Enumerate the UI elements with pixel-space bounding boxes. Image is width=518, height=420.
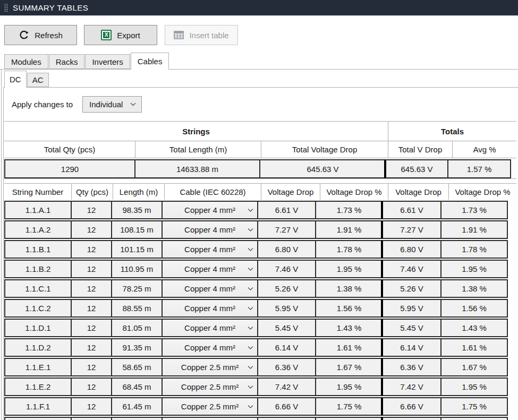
qty-cell: 12: [71, 378, 112, 396]
qty-cell: 12: [71, 338, 112, 357]
length-cell: 88.55 m: [111, 299, 163, 318]
total-voltage-drop-cell: 6.61 V: [381, 201, 441, 219]
excel-icon: X: [101, 30, 112, 40]
cable-select[interactable]: Copper 2.5 mm²: [162, 358, 258, 376]
tab-ac[interactable]: AC: [27, 73, 49, 87]
apply-changes-value: Individual: [89, 100, 123, 109]
total-voltage-drop-cell: 6.66 V: [381, 397, 441, 416]
length-cell: 78.25 m: [111, 279, 163, 298]
tab-cables[interactable]: Cables: [131, 53, 169, 70]
voltage-drop-cell: 7.46 V: [257, 260, 316, 278]
voltage-drop-cell: 5.45 V: [257, 319, 316, 337]
voltage-drop-cell: 6.61 V: [257, 201, 316, 219]
total-voltage-drop-cell: 6.80 V: [381, 240, 441, 259]
length-cell: 68.45 m: [111, 378, 163, 396]
cable-select[interactable]: Copper 4 mm²: [162, 240, 258, 259]
totals-avg-pct-value: 1.57 %: [447, 159, 511, 178]
export-button-label: Export: [117, 31, 140, 40]
tab-dc[interactable]: DC: [4, 71, 27, 88]
total-voltage-drop-pct-cell: 1.75 %: [440, 397, 508, 416]
table-row: 1.1.C.21288.55 mCopper 4 mm²5.95 V1.56 %…: [4, 299, 516, 318]
string-number-cell: 1.1.A.1: [4, 201, 72, 219]
panel-border-line: [1, 70, 2, 420]
qty-cell: 12: [71, 279, 112, 298]
table-row: 1.1.C.11278.25 mCopper 4 mm²5.26 V1.38 %…: [4, 279, 516, 298]
tab-modules[interactable]: Modules: [4, 54, 48, 69]
chevron-down-icon: [248, 267, 253, 271]
cable-select[interactable]: Copper 2.5 mm²: [162, 378, 258, 396]
total-voltage-drop-pct-cell: 1.67 %: [440, 358, 508, 376]
cable-value: Copper 2.5 mm²: [181, 363, 239, 372]
group-header-totals: Totals: [388, 122, 516, 141]
qty-cell: 12: [71, 240, 112, 259]
apply-changes-select[interactable]: Individual: [82, 96, 142, 113]
refresh-button[interactable]: Refresh: [4, 25, 77, 45]
cable-select[interactable]: Copper 4 mm²: [162, 319, 258, 337]
string-number-cell: 1.1.C.2: [4, 299, 72, 318]
cable-value: Copper 4 mm²: [184, 284, 235, 293]
total-voltage-drop-pct-cell: 1.43 %: [440, 319, 508, 337]
table-row: [4, 417, 516, 420]
refresh-button-label: Refresh: [35, 31, 63, 40]
voltage-drop-pct-cell: 1.67 %: [315, 358, 383, 376]
totals-v-drop-value: 645.63 V: [384, 159, 448, 178]
total-qty-value: 1290: [4, 159, 135, 178]
length-cell: 81.05 m: [111, 319, 163, 337]
cable-value: Copper 4 mm²: [184, 205, 235, 215]
cable-select[interactable]: Copper 4 mm²: [162, 220, 258, 239]
tab-inverters[interactable]: Inverters: [85, 54, 130, 69]
apply-changes-row: Apply changes to Individual: [12, 96, 142, 113]
chevron-down-icon: [248, 228, 253, 232]
summary-group-header-row: Strings Totals: [4, 121, 516, 141]
summary-tables-panel: SUMMARY TABLES Refresh X Export: [0, 0, 518, 420]
chevron-down-icon: [248, 287, 253, 290]
voltage-drop-pct-cell: [315, 417, 383, 420]
qty-cell: 12: [71, 358, 112, 376]
voltage-drop-cell: 6.36 V: [257, 358, 316, 376]
voltage-drop-pct-cell: 1.56 %: [315, 299, 383, 318]
total-voltage-drop-cell: 5.26 V: [381, 279, 441, 298]
voltage-drop-cell: 7.42 V: [257, 378, 316, 396]
header-avg-pct: Avg %: [453, 141, 516, 158]
tab-racks[interactable]: Racks: [49, 54, 85, 69]
length-cell: 98.35 m: [111, 201, 163, 219]
export-button[interactable]: X Export: [84, 25, 157, 45]
voltage-drop-cell: 6.14 V: [257, 338, 316, 357]
voltage-drop-pct-cell: 1.91 %: [315, 220, 383, 239]
string-number-cell: 1.1.D.2: [4, 338, 72, 357]
cable-select[interactable]: Copper 4 mm²: [162, 338, 258, 357]
header-total-qty: Total Qty (pcs): [4, 141, 135, 158]
header-length: Length (m): [113, 184, 165, 200]
length-cell: 101.15 m: [111, 240, 163, 259]
total-voltage-drop-pct-cell: 1.95 %: [440, 378, 508, 396]
total-voltage-drop-pct-cell: 1.61 %: [440, 338, 508, 357]
cable-select[interactable]: Copper 4 mm²: [162, 299, 258, 318]
cable-select[interactable]: Copper 2.5 mm²: [162, 397, 258, 416]
cable-select[interactable]: Copper 4 mm²: [162, 279, 258, 298]
voltage-drop-pct-cell: 1.38 %: [315, 279, 383, 298]
length-cell: 61.45 m: [111, 397, 163, 416]
cable-value: Copper 4 mm²: [184, 264, 235, 273]
voltage-drop-cell: 5.95 V: [257, 299, 316, 318]
insert-table-button-label: Insert table: [189, 31, 228, 40]
grip-dots-icon[interactable]: [4, 3, 8, 12]
chevron-down-icon: [248, 247, 253, 251]
qty-cell: 12: [71, 220, 112, 239]
length-cell: [111, 417, 163, 420]
insert-table-button[interactable]: Insert table: [165, 25, 238, 45]
subtab-strip-divider: [3, 87, 518, 88]
voltage-drop-pct-cell: 1.95 %: [315, 260, 383, 278]
voltage-drop-pct-cell: 1.61 %: [315, 338, 383, 357]
cable-select[interactable]: [162, 417, 258, 420]
main-tab-strip: Modules Racks Inverters Cables: [4, 53, 169, 70]
cable-select[interactable]: Copper 4 mm²: [162, 201, 258, 219]
chevron-down-icon: [248, 208, 253, 212]
cable-select[interactable]: Copper 4 mm²: [162, 260, 258, 278]
total-voltage-drop-cell: 5.95 V: [381, 299, 441, 318]
total-voltage-drop-pct-cell: 1.95 %: [440, 260, 508, 278]
total-voltage-drop-cell: 7.42 V: [381, 378, 441, 396]
voltage-drop-pct-cell: 1.73 %: [315, 201, 383, 219]
total-voltage-drop-pct-cell: 1.78 %: [440, 240, 508, 259]
strings-table-body: 1.1.A.11298.35 mCopper 4 mm²6.61 V1.73 %…: [4, 201, 516, 420]
voltage-drop-cell: 6.66 V: [257, 397, 316, 416]
